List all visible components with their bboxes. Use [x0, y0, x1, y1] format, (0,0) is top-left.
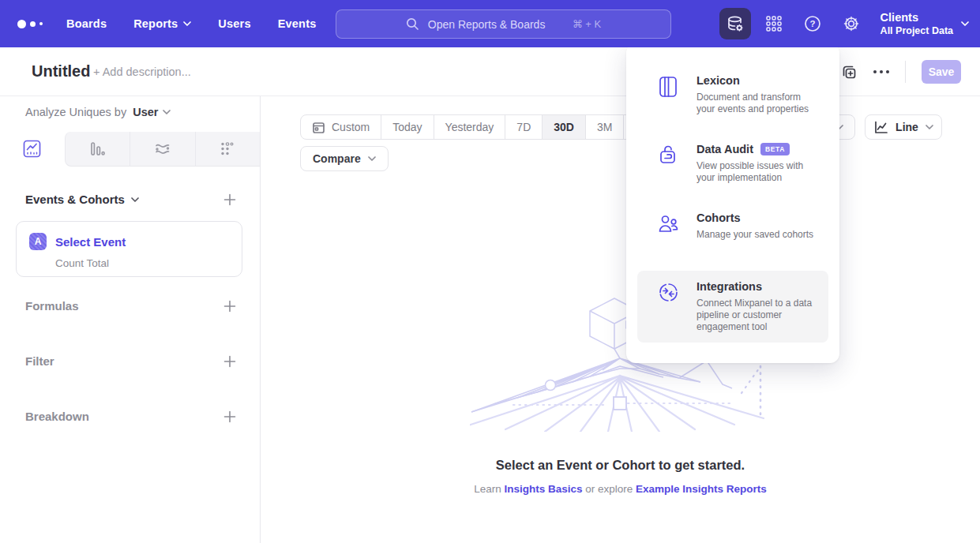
menu-item-title: Lexicon [697, 74, 740, 87]
analyze-row: Analyze Uniques by User [25, 106, 171, 118]
top-navbar: Boards Reports Users Events ⌘ + K [0, 0, 980, 47]
line-chart-icon [23, 140, 41, 158]
compare-dropdown[interactable]: Compare [300, 146, 389, 171]
analyze-value: User [133, 106, 158, 118]
range-label: 3M [597, 121, 612, 133]
search-input[interactable] [428, 18, 564, 31]
data-management-button[interactable] [719, 8, 751, 39]
add-filter-button[interactable] [223, 355, 236, 368]
menu-item-cohorts[interactable]: Cohorts Manage your saved cohorts [637, 202, 828, 250]
menu-item-title: Data Audit [697, 143, 753, 155]
search-icon [406, 17, 419, 31]
integrations-icon [658, 282, 679, 303]
add-description-field[interactable]: + Add description... [93, 66, 191, 78]
chevron-down-icon [368, 156, 376, 161]
duplicate-icon[interactable] [840, 63, 858, 81]
menu-item-title: Integrations [697, 280, 762, 293]
example-reports-link[interactable]: Example Insights Reports [636, 483, 767, 495]
insights-basics-link[interactable]: Insights Basics [504, 483, 582, 495]
chart-style-dropdown[interactable]: Line [865, 114, 942, 140]
menu-item-title: Cohorts [697, 212, 741, 224]
line-chart-icon [873, 120, 888, 135]
add-breakdown-button[interactable] [223, 410, 236, 423]
help-icon: ? [803, 14, 822, 33]
header-actions: Save [840, 47, 961, 96]
range-label: 30D [554, 121, 574, 133]
save-button[interactable]: Save [922, 60, 961, 84]
nav-label: Events [278, 17, 317, 30]
bar-chart-icon [88, 140, 106, 158]
menu-item-description: View possible issues with your implement… [697, 160, 819, 184]
menu-item-data-audit[interactable]: Data Audit BETA View possible issues wit… [637, 133, 828, 193]
account-name: Clients [880, 11, 953, 24]
event-series-badge: A [29, 233, 47, 250]
empty-state-title: Select an Event or Cohort to get started… [261, 458, 980, 473]
tab-metric[interactable] [195, 132, 261, 167]
range-label: Today [392, 121, 422, 133]
chart-style-label: Line [896, 121, 918, 133]
menu-item-description: Connect Mixpanel to a data pipeline or c… [697, 298, 819, 333]
range-3m[interactable]: 3M [585, 115, 623, 139]
range-yesterday[interactable]: Yesterday [434, 115, 505, 139]
query-builder-sidebar: Analyze Uniques by User [0, 96, 261, 543]
date-range-selector: Custom Today Yesterday 7D 30D 3M 6M [300, 114, 663, 140]
cohorts-icon [658, 213, 679, 234]
nav-item-users[interactable]: Users [218, 17, 250, 30]
events-cohorts-dropdown[interactable]: Events & Cohorts [25, 193, 139, 206]
report-title[interactable]: Untitled [32, 62, 90, 81]
add-formula-button[interactable] [223, 300, 236, 313]
menu-item-integrations[interactable]: Integrations Connect Mixpanel to a data … [637, 271, 828, 343]
grid-icon [765, 15, 783, 32]
nav-label: Boards [66, 17, 107, 30]
search-shortcut: ⌘ + K [573, 18, 602, 30]
tab-line-chart[interactable] [0, 132, 65, 167]
data-management-menu: Lexicon Document and transform your even… [626, 43, 839, 363]
range-30d[interactable]: 30D [542, 115, 585, 139]
event-row-card[interactable]: A Select Event Count Total [16, 221, 242, 277]
audit-icon [658, 144, 679, 167]
section-title: Breakdown [25, 410, 89, 423]
empty-state-subtitle: Learn Insights Basics or explore Example… [261, 483, 980, 495]
compare-label: Compare [313, 152, 361, 165]
chevron-down-icon [961, 21, 969, 26]
global-search[interactable]: ⌘ + K [336, 9, 671, 39]
tab-bar-chart[interactable] [65, 132, 130, 167]
tab-stacked-chart[interactable] [130, 132, 195, 167]
svg-text:?: ? [809, 19, 815, 28]
chevron-down-icon [163, 110, 171, 114]
nav-item-events[interactable]: Events [278, 17, 317, 30]
book-icon [658, 76, 679, 98]
add-event-button[interactable] [223, 193, 236, 206]
menu-item-lexicon[interactable]: Lexicon Document and transform your even… [637, 65, 828, 125]
settings-button[interactable] [835, 8, 867, 39]
nav-links: Boards Reports Users Events [66, 17, 316, 30]
project-switcher[interactable]: Clients All Project Data [880, 11, 969, 36]
range-7d[interactable]: 7D [505, 115, 542, 139]
section-title: Filter [25, 354, 54, 368]
range-label: Custom [332, 121, 370, 133]
stacked-flow-icon [153, 140, 171, 158]
chevron-down-icon [131, 197, 139, 202]
analyze-entity-dropdown[interactable]: User [133, 106, 171, 118]
range-custom[interactable]: Custom [301, 115, 381, 139]
beta-badge: BETA [760, 143, 790, 155]
events-cohorts-section: Events & Cohorts [25, 193, 236, 206]
range-today[interactable]: Today [381, 115, 433, 139]
apps-grid-button[interactable] [758, 8, 790, 39]
nav-item-boards[interactable]: Boards [66, 17, 107, 30]
project-name: All Project Data [880, 25, 953, 36]
database-gear-icon [726, 14, 745, 33]
range-label: 7D [516, 121, 531, 133]
help-button[interactable]: ? [797, 8, 828, 39]
subtitle-text: Learn [474, 483, 501, 495]
count-type-selector[interactable]: Count Total [55, 257, 229, 269]
dot-grid-icon [219, 140, 236, 158]
section-title: Events & Cohorts [25, 193, 125, 206]
select-event-button[interactable]: Select Event [55, 235, 126, 249]
nav-item-reports[interactable]: Reports [133, 17, 191, 30]
more-options-button[interactable] [873, 70, 889, 73]
menu-item-description: Document and transform your events and p… [697, 92, 819, 115]
nav-label: Reports [133, 17, 178, 30]
mixpanel-logo-icon[interactable] [17, 20, 46, 28]
chevron-down-icon [926, 125, 933, 129]
